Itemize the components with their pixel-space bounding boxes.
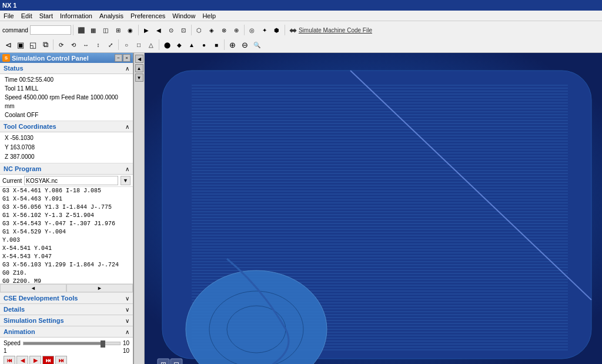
speed-labels-row: 1 10 <box>4 348 129 354</box>
nc-program-list[interactable]: G3 X-54.461 Y.086 I-18 J.085G1 X-54.463 … <box>0 187 133 283</box>
fast-fwd-btn[interactable]: ⏭ <box>42 356 54 364</box>
animation-section: Animation ∧ Speed 10 1 1 <box>0 326 133 364</box>
tb2-icon-17[interactable]: ■ <box>210 39 222 51</box>
nc-program-header[interactable]: NC Program ∧ <box>0 163 133 175</box>
toolbar-icon-2[interactable]: ▦ <box>88 24 99 36</box>
tb2-sep-4 <box>224 39 225 50</box>
skip-back-btn[interactable]: ⏮ <box>4 356 15 364</box>
tb2-icon-12[interactable]: △ <box>145 39 157 51</box>
panel-icon: S <box>2 54 10 62</box>
nc-scroll-left[interactable]: ◄ <box>0 284 66 292</box>
nc-line-3[interactable]: G1 X-56.102 Y-1.3 Z-51.904 <box>0 212 133 220</box>
tb2-icon-2[interactable]: ▣ <box>15 39 26 51</box>
vert-toolbar-btn-1[interactable]: ◀ <box>135 55 143 63</box>
vert-toolbar-btn-2[interactable]: ▲ <box>135 64 143 72</box>
nc-scroll-right[interactable]: ► <box>66 284 133 292</box>
tb2-icon-16[interactable]: ● <box>198 39 210 51</box>
toolbar-icon-6[interactable]: ▶ <box>141 24 152 36</box>
tb2-icon-3[interactable]: ◱ <box>27 39 39 51</box>
tb2-icon-1[interactable]: ⊲ <box>2 39 14 51</box>
command-input[interactable] <box>30 25 71 35</box>
toolbar-icon-12[interactable]: ⊗ <box>218 24 230 36</box>
nc-line-2[interactable]: G3 X-56.056 Y1.3 I-1.844 J-.775 <box>0 203 133 212</box>
toolbar-icon-5[interactable]: ◉ <box>125 24 136 36</box>
nc-current-input[interactable] <box>24 176 118 185</box>
tool-coordinates-header[interactable]: Tool Coordinates ∧ <box>0 121 133 132</box>
nc-line-8[interactable]: X-54.543 Y.047 <box>0 253 133 261</box>
svg-text:⊞: ⊞ <box>160 360 166 364</box>
nc-line-1[interactable]: G1 X-54.463 Y.091 <box>0 195 133 203</box>
toolbar-icon-15[interactable]: ✦ <box>259 24 270 36</box>
toolbar-icon-3[interactable]: ◫ <box>100 24 112 36</box>
menu-help[interactable]: Help <box>201 12 217 19</box>
tb2-icon-8[interactable]: ↕ <box>92 39 104 51</box>
tb2-icon-10[interactable]: ○ <box>121 39 132 51</box>
toolbar-icon-16[interactable]: ⬢ <box>271 24 283 36</box>
tb2-icon-7[interactable]: ↔ <box>80 39 92 51</box>
nc-line-7[interactable]: X-54.541 Y.041 <box>0 245 133 253</box>
details-header[interactable]: Details ∨ <box>0 304 133 315</box>
app-title: NX 1 <box>2 2 16 9</box>
skip-end-btn[interactable]: ⏭ <box>55 356 67 364</box>
toolbar-icon-8[interactable]: ⊙ <box>165 24 177 36</box>
menu-analysis[interactable]: Analysis <box>98 12 125 19</box>
simulation-control-panel: S Simulation Control Panel − × Status ∧ … <box>0 53 134 364</box>
tb2-sep-2 <box>118 39 119 50</box>
tb2-icon-18[interactable]: ⊕ <box>226 39 238 51</box>
tb2-icon-14[interactable]: ◆ <box>173 39 185 51</box>
nc-current-label: Current <box>2 178 22 184</box>
toolbar-icon-13[interactable]: ⊕ <box>230 24 242 36</box>
tb2-icon-6[interactable]: ⟲ <box>68 39 79 51</box>
play-btn[interactable]: ▶ <box>29 356 41 364</box>
menu-start[interactable]: Start <box>38 12 54 19</box>
nc-line-4[interactable]: G3 X-54.543 Y-.047 I-.307 J1.976 <box>0 220 133 228</box>
nc-browse-btn[interactable]: ▼ <box>121 176 131 185</box>
toolbar-icon-1[interactable]: ⬛ <box>75 24 87 36</box>
panel-close-btn[interactable]: × <box>123 54 131 62</box>
cse-dev-header[interactable]: CSE Development Tools ∨ <box>0 293 133 304</box>
menu-file[interactable]: File <box>2 12 15 19</box>
nc-line-10[interactable]: G0 Z10. <box>0 269 133 278</box>
nc-program-title: NC Program <box>4 165 41 172</box>
status-coolant: Coolant OFF <box>5 111 128 119</box>
tb2-icon-19[interactable]: ⊖ <box>239 39 250 51</box>
toolbar-icon-9[interactable]: ⊡ <box>178 24 189 36</box>
nc-line-11[interactable]: G0 Z200. M9 <box>0 278 133 283</box>
animation-header[interactable]: Animation ∧ <box>0 326 133 338</box>
menu-edit[interactable]: Edit <box>20 12 34 19</box>
tb2-icon-15[interactable]: ▲ <box>186 39 198 51</box>
speed-min-label: 1 <box>4 348 7 354</box>
panel-minimize-btn[interactable]: − <box>115 54 122 62</box>
nc-line-6[interactable]: Y.003 <box>0 236 133 245</box>
toolbar-icon-7[interactable]: ◀ <box>153 24 165 36</box>
toolbar-icon-10[interactable]: ⬡ <box>193 24 205 36</box>
menu-preferences[interactable]: Preferences <box>129 12 166 19</box>
simulate-label[interactable]: Simulate Machine Code File <box>299 27 372 34</box>
speed-track[interactable] <box>23 342 121 345</box>
toolbar-icon-4[interactable]: ⊞ <box>112 24 124 36</box>
speed-label: Speed <box>4 340 21 346</box>
nc-line-0[interactable]: G3 X-54.461 Y.086 I-18 J.085 <box>0 187 133 195</box>
tb2-icon-13[interactable]: ⬤ <box>161 39 173 51</box>
tb2-icon-9[interactable]: ⤢ <box>105 39 116 51</box>
simulate-machine-code-area: ⬌ Simulate Machine Code File <box>289 25 372 36</box>
tb2-icon-4[interactable]: ⧉ <box>39 39 51 51</box>
tb2-icon-5[interactable]: ⟳ <box>55 39 67 51</box>
tb2-icon-11[interactable]: □ <box>133 39 145 51</box>
sim-settings-header[interactable]: Simulation Settings ∨ <box>0 315 133 326</box>
vert-toolbar-btn-3[interactable]: ▼ <box>135 74 143 82</box>
toolbar-icon-11[interactable]: ◈ <box>206 24 218 36</box>
menu-information[interactable]: Information <box>59 12 93 19</box>
step-back-btn[interactable]: ◀ <box>16 356 28 364</box>
nc-line-9[interactable]: G3 X-56.103 Y1.299 I-1.864 J-.724 <box>0 261 133 269</box>
status-section: Status ∧ Time 00:52:55.400 Tool 11 MILL … <box>0 63 133 121</box>
speed-thumb[interactable] <box>101 340 105 348</box>
menu-window[interactable]: Window <box>171 12 196 19</box>
tb2-icon-20[interactable]: 🔍 <box>251 39 263 51</box>
sim-settings-arrow: ∨ <box>125 318 129 324</box>
tool-coordinates-section: Tool Coordinates ∧ X -56.1030 Y 163.0708… <box>0 121 133 163</box>
animation-content: Speed 10 1 10 ⏮ ◀ <box>0 338 133 364</box>
toolbar-icon-14[interactable]: ◎ <box>246 24 258 36</box>
status-section-header[interactable]: Status ∧ <box>0 63 133 74</box>
nc-line-5[interactable]: G1 X-54.529 Y-.004 <box>0 228 133 236</box>
